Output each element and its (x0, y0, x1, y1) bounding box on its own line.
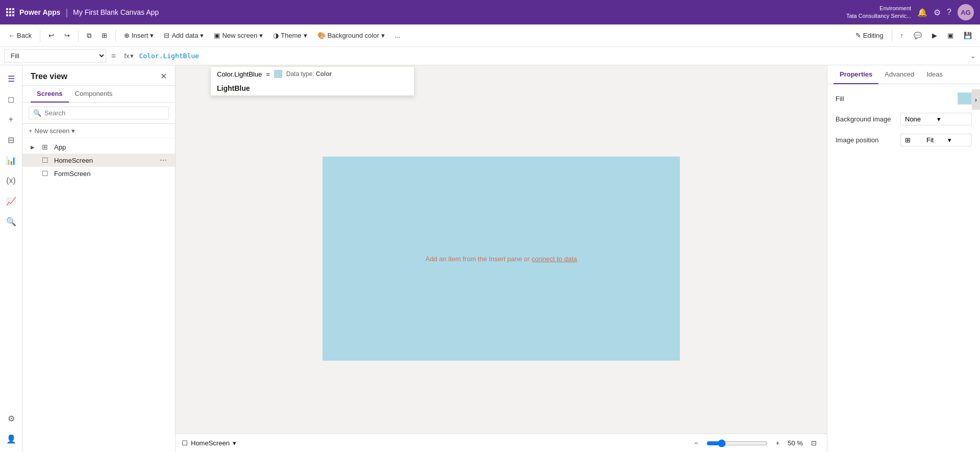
sidebar-icon-search[interactable]: 🔍 (2, 212, 20, 231)
tree-tabs: Screens Components (22, 86, 175, 103)
formscreen-icon: ☐ (42, 169, 51, 178)
background-color-button[interactable]: 🎨 Background color ▾ (313, 30, 389, 41)
image-position-dropdown[interactable]: ⊞ Fit ▾ (900, 134, 972, 146)
sidebar-icon-treeview[interactable]: ☰ (2, 69, 20, 88)
insert-button[interactable]: ⊕ Insert ▾ (120, 30, 158, 41)
bell-icon[interactable]: 🔔 (917, 8, 927, 17)
tree-tab-screens[interactable]: Screens (31, 86, 69, 103)
tree-item-formscreen[interactable]: ☐ FormScreen ⋯ (22, 167, 175, 180)
editing-indicator: ✎ Editing (851, 30, 888, 41)
sidebar-icon-add[interactable]: + (2, 110, 20, 129)
homescreen-label: HomeScreen (54, 157, 157, 164)
image-position-chevron: ▾ (948, 136, 967, 144)
undo-button[interactable]: ↩ (44, 30, 58, 41)
canvas-screen[interactable]: Add an item from the Insert pane or conn… (323, 157, 680, 361)
color-label: LightBlue (211, 81, 414, 95)
sidebar-icon-data[interactable]: ⊟ (2, 131, 20, 149)
tree-tab-components[interactable]: Components (69, 86, 119, 103)
screen-name-label: HomeScreen (191, 439, 230, 447)
save-button[interactable]: 💾 (960, 30, 976, 41)
screen-checkbox-icon: ☐ (182, 439, 188, 447)
theme-button[interactable]: ◑ Theme ▾ (269, 30, 311, 41)
redo-button[interactable]: ↪ (60, 30, 74, 41)
add-data-chevron: ▾ (200, 32, 204, 39)
zoom-out-button[interactable]: − (690, 437, 702, 449)
background-image-label: Background image (836, 115, 891, 123)
tree-header: Tree view ✕ (22, 65, 175, 86)
zoom-controls: − + 50 % ⊡ (690, 437, 821, 449)
user-avatar[interactable]: AG (958, 4, 974, 20)
tree-close-button[interactable]: ✕ (160, 71, 167, 81)
fit-icon: ⊞ (905, 136, 924, 144)
canvas-hint-link[interactable]: connect to data (532, 255, 577, 263)
toolbar-sep-4 (892, 30, 892, 42)
tree-panel: Tree view ✕ Screens Components 🔍 + New s… (22, 65, 176, 452)
expand-icon-app: ▶ (31, 144, 39, 150)
app-grid-icon[interactable] (6, 8, 14, 16)
settings-icon[interactable]: ⚙ (934, 8, 941, 17)
search-input[interactable] (44, 109, 164, 117)
paste-button[interactable]: ⊞ (97, 30, 111, 41)
color-swatch (274, 70, 282, 78)
insert-chevron: ▾ (150, 32, 154, 39)
comment-button[interactable]: 💬 (910, 30, 926, 41)
new-screen-chevron: ▾ (259, 32, 263, 39)
add-data-button[interactable]: ⊟ Add data ▾ (160, 30, 208, 41)
insert-icon: ⊕ (124, 32, 130, 39)
canvas-area: Add an item from the Insert pane or conn… (176, 65, 827, 452)
fill-color-swatch[interactable] (958, 92, 972, 105)
formula-bar: Fill = fx ▾ ⌄ (0, 47, 980, 65)
more-button[interactable]: ... (391, 30, 405, 41)
layout-button[interactable]: ▣ (943, 30, 958, 41)
toolbar: ← Back ↩ ↪ ⧉ ⊞ ⊕ Insert ▾ ⊟ Add data ▾ ▣… (0, 24, 980, 47)
canvas-bottom-bar: ☐ HomeScreen ▾ − + 50 % ⊡ (176, 434, 827, 452)
new-screen-button[interactable]: ▣ New screen ▾ (210, 30, 267, 41)
theme-icon: ◑ (273, 32, 279, 39)
sidebar-icon-settings[interactable]: ⚙ (2, 409, 20, 428)
right-panel-collapse[interactable]: › (972, 89, 980, 110)
property-dropdown[interactable]: Fill (4, 49, 106, 63)
help-icon[interactable]: ? (947, 8, 951, 17)
sidebar-icon-user[interactable]: 👤 (2, 430, 20, 448)
formscreen-label: FormScreen (54, 170, 157, 178)
zoom-level-display: 50 % (788, 439, 803, 447)
sidebar-icon-variables[interactable]: (x) (2, 171, 20, 190)
copy-button[interactable]: ⧉ (83, 30, 95, 42)
screen-name-chevron[interactable]: ▾ (233, 439, 236, 447)
sidebar-icon-analytics[interactable]: 📈 (2, 192, 20, 210)
screen-indicator: ☐ HomeScreen ▾ (182, 439, 236, 447)
data-type-label: Data type: Color (286, 70, 332, 78)
right-tab-ideas[interactable]: Ideas (920, 65, 949, 84)
fit-screen-button[interactable]: ⊡ (807, 437, 821, 449)
environment-info: Environment Tata Consultancy Servic... (846, 5, 911, 20)
share-button[interactable]: ↑ (896, 30, 908, 41)
title-bar: Power Apps | My First Blank Canvas App E… (0, 0, 980, 24)
play-button[interactable]: ▶ (928, 30, 941, 41)
bg-color-chevron: ▾ (381, 32, 385, 39)
homescreen-more-button[interactable]: ⋯ (160, 156, 167, 164)
fx-button[interactable]: fx ▾ (121, 52, 137, 60)
autocomplete-item[interactable]: Color.LightBlue = Data type: Color (211, 67, 414, 81)
right-content: Fill Background image None ▾ Image posit… (827, 84, 980, 155)
right-tab-advanced[interactable]: Advanced (878, 65, 920, 84)
image-position-row: Image position ⊞ Fit ▾ (836, 134, 972, 146)
new-screen-tree-button[interactable]: + New screen ▾ (29, 127, 75, 135)
sidebar-icon-components[interactable]: ◻ (2, 90, 20, 108)
sidebar-icon-charts[interactable]: 📊 (2, 151, 20, 169)
tree-item-app[interactable]: ▶ ⊞ App (22, 140, 175, 154)
app-label: App (54, 143, 167, 151)
right-tab-properties[interactable]: Properties (834, 65, 878, 84)
add-data-icon: ⊟ (164, 32, 169, 39)
zoom-in-button[interactable]: + (772, 437, 784, 449)
back-button[interactable]: ← Back (4, 30, 36, 41)
tree-item-homescreen[interactable]: ☐ HomeScreen ⋯ (22, 154, 175, 167)
new-screen-dropdown-icon: ▾ (71, 127, 75, 135)
background-image-dropdown[interactable]: None ▾ (900, 113, 972, 125)
sidebar-icons: ☰ ◻ + ⊟ 📊 (x) 📈 🔍 ⚙ 👤 (0, 65, 22, 452)
toolbar-sep-2 (78, 30, 79, 42)
fill-property-row: Fill (836, 92, 972, 105)
zoom-slider[interactable] (706, 439, 768, 447)
main-layout: ☰ ◻ + ⊟ 📊 (x) 📈 🔍 ⚙ 👤 Tree view ✕ Screen… (0, 65, 980, 452)
formula-input[interactable] (139, 52, 968, 60)
formula-expand-icon[interactable]: ⌄ (970, 52, 976, 60)
